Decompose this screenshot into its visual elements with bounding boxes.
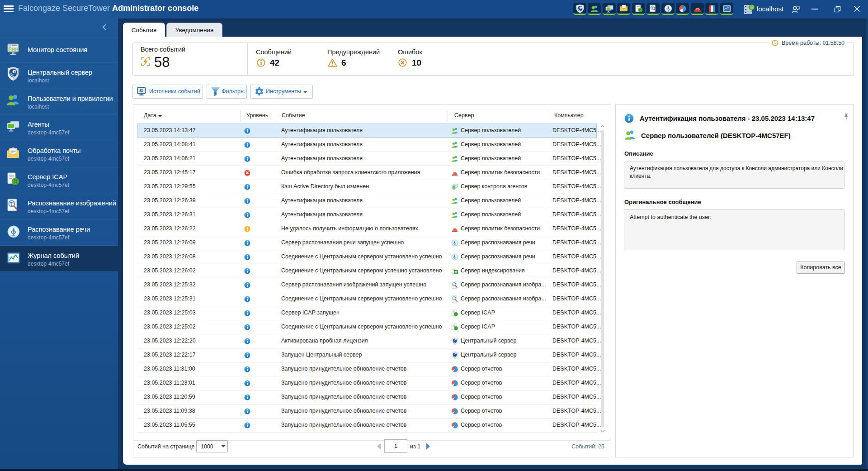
svg-text:T: T <box>10 201 14 207</box>
svg-text:T: T <box>651 6 654 10</box>
